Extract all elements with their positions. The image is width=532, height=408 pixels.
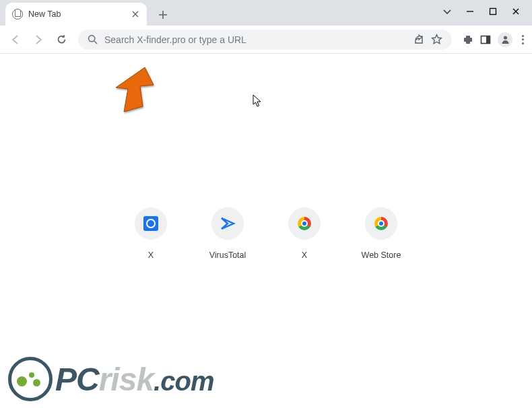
shortcut-label: VirusTotal: [209, 250, 246, 260]
shortcut-icon: [135, 207, 167, 240]
address-bar-placeholder: Search X-finder.pro or type a URL: [104, 34, 407, 45]
shortcut-icon: [365, 207, 397, 240]
reload-button[interactable]: [51, 30, 71, 50]
watermark-badge-icon: [8, 357, 53, 401]
new-tab-button[interactable]: [154, 5, 172, 24]
shortcut-icon: [211, 207, 244, 240]
side-panel-icon[interactable]: [480, 34, 491, 45]
shortcuts-row: X VirusTotal X Web Store: [124, 207, 408, 260]
search-icon: [88, 34, 98, 44]
shortcut-label: X: [148, 250, 154, 260]
shortcut-tile[interactable]: VirusTotal: [201, 207, 255, 260]
svg-line-3: [94, 41, 97, 44]
browser-tab[interactable]: New Tab: [5, 3, 147, 26]
shortcut-tile[interactable]: X: [124, 207, 178, 260]
shortcut-label: Web Store: [362, 250, 401, 260]
watermark: PCrisk.com: [8, 357, 213, 401]
svg-point-6: [503, 36, 506, 39]
window-controls: [443, 0, 532, 23]
shortcut-label: X: [302, 250, 307, 260]
menu-icon[interactable]: [519, 32, 527, 47]
annotation-arrow: [114, 66, 162, 120]
close-window-button[interactable]: [512, 7, 520, 15]
svg-point-2: [89, 36, 95, 42]
maximize-button[interactable]: [489, 7, 497, 15]
toolbar: Search X-finder.pro or type a URL: [0, 26, 532, 54]
svg-rect-5: [486, 36, 490, 43]
tab-title: New Tab: [28, 9, 125, 19]
bookmark-star-icon[interactable]: [431, 34, 442, 45]
close-tab-icon[interactable]: [131, 9, 140, 19]
omnibox-actions: [413, 34, 442, 45]
shortcut-tile[interactable]: Web Store: [354, 207, 408, 260]
share-icon[interactable]: [413, 34, 424, 45]
globe-icon: [12, 9, 23, 20]
cursor-icon: [253, 94, 263, 108]
address-bar[interactable]: Search X-finder.pro or type a URL: [78, 30, 452, 50]
search-tabs-icon[interactable]: [443, 7, 451, 15]
forward-button[interactable]: [28, 30, 48, 50]
profile-avatar[interactable]: [498, 32, 512, 47]
svg-rect-1: [490, 9, 496, 15]
minimize-button[interactable]: [466, 7, 474, 15]
watermark-text: PCrisk.com: [55, 361, 213, 398]
shortcut-tile[interactable]: X: [277, 207, 331, 260]
shortcut-icon: [288, 207, 321, 240]
page-content: X VirusTotal X Web Store PCrisk.com: [0, 54, 532, 408]
back-button[interactable]: [5, 30, 26, 50]
toolbar-right: [463, 32, 527, 47]
extensions-icon[interactable]: [463, 34, 473, 45]
